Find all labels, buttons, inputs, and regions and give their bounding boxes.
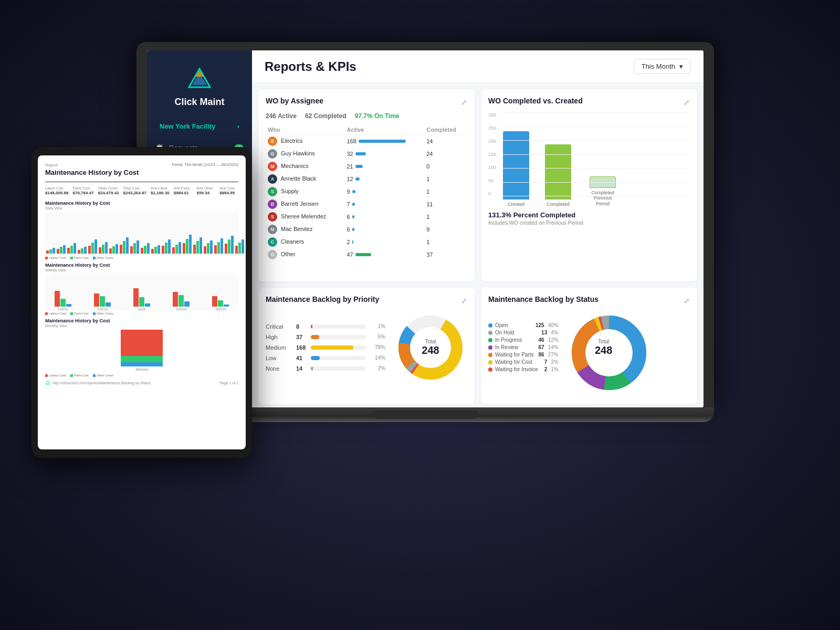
tablet-content: Report Maintenance History by Cost Perio… bbox=[38, 155, 246, 449]
dashboard-grid: WO by Assignee ⤢ 246 Active 62 Completed… bbox=[252, 83, 704, 407]
weekly-section-sub: Weekly View bbox=[45, 268, 238, 272]
daily-bar-group bbox=[183, 235, 192, 254]
daily-section-title: Maintenance History by Cost bbox=[45, 201, 238, 206]
priority-item: Low 41 14% bbox=[266, 355, 385, 361]
tablet-kpi: Anti Parts $984.01 bbox=[174, 186, 193, 195]
main-header: Reports & KPIs This Month ▾ bbox=[252, 50, 704, 83]
expand-icon[interactable]: ⤢ bbox=[461, 98, 467, 107]
avatar: S bbox=[268, 212, 277, 222]
facility-selector[interactable]: New York Facility › bbox=[153, 118, 246, 134]
weekly-group: 1/23/23 bbox=[85, 293, 120, 311]
legend-color-dot bbox=[488, 331, 492, 335]
laptop-notch bbox=[373, 411, 478, 419]
weekly-legend: Labour Cost Parts Cost Other Costs bbox=[45, 312, 238, 315]
legend-other: Other Costs bbox=[93, 256, 113, 259]
legend-item: Open 125 40% bbox=[488, 322, 559, 328]
period-selector[interactable]: This Month ▾ bbox=[634, 59, 691, 74]
active-bar bbox=[352, 228, 354, 231]
avatar: O bbox=[268, 250, 277, 259]
priority-bar bbox=[311, 335, 319, 339]
tablet-logo-icon bbox=[45, 380, 50, 385]
priority-item: None 14 2% bbox=[266, 365, 385, 372]
avatar: M bbox=[268, 162, 277, 171]
priority-header: Maintenance Backlog by Priority ⤢ bbox=[266, 295, 467, 307]
weekly-group: 1a/23 bbox=[124, 288, 159, 311]
prev-period-bar bbox=[590, 176, 616, 188]
priority-item: Medium 168 78% bbox=[266, 344, 385, 351]
created-bar-group: Created bbox=[503, 131, 529, 207]
daily-bar-group bbox=[46, 248, 55, 254]
table-row: G Guy Hawkins 32 24 bbox=[266, 148, 467, 160]
tablet: Report Maintenance History by Cost Perio… bbox=[32, 147, 252, 458]
status-card: Maintenance Backlog by Status ⤢ Open 125… bbox=[481, 288, 697, 405]
status-legend: Open 125 40% On Hold 13 4% In Progress 4… bbox=[488, 322, 559, 372]
daily-bar-group bbox=[172, 242, 181, 254]
expand-icon-4[interactable]: ⤢ bbox=[684, 297, 690, 305]
daily-bar-group bbox=[225, 236, 234, 254]
tablet-kpi: Other Costs $24,479.42 bbox=[98, 186, 119, 195]
priority-card: Maintenance Backlog by Priority ⤢ Critic… bbox=[258, 288, 475, 405]
logo-area: Click Maint bbox=[147, 61, 252, 118]
active-bar bbox=[355, 253, 371, 256]
active-bar bbox=[355, 177, 360, 181]
wo-stats: 246 Active 62 Completed 97.7% On Time bbox=[266, 112, 467, 120]
daily-bar-group bbox=[120, 237, 129, 254]
daily-bar-group bbox=[78, 247, 87, 254]
tablet-kpi: Total Cost $243,264.87 bbox=[123, 186, 147, 195]
monthly-section-title: Maintenance History by Cost bbox=[45, 318, 238, 323]
active-bar bbox=[352, 203, 355, 206]
expand-icon-3[interactable]: ⤢ bbox=[461, 297, 467, 305]
completed-bar-group: Completed bbox=[545, 144, 571, 207]
active-bar bbox=[352, 215, 354, 218]
wo-completed-header: WO Completed vs. Created ⤢ bbox=[488, 97, 690, 108]
col-completed: Completed bbox=[424, 125, 467, 135]
wo-completed-card: WO Completed vs. Created ⤢ 300 250 200 1… bbox=[481, 89, 697, 281]
tablet-footer: http://clickmaint.com/reports/Maintenanc… bbox=[45, 380, 238, 385]
table-row: S Sheree Melendez 6 1 bbox=[266, 211, 467, 223]
monthly-stack bbox=[121, 330, 163, 366]
legend-parts: Parts Cost bbox=[70, 256, 89, 259]
page-title: Reports & KPIs bbox=[265, 59, 356, 74]
table-row: M Mechanics 21 0 bbox=[266, 160, 467, 173]
svg-marker-16 bbox=[46, 381, 50, 384]
tablet-divider bbox=[45, 182, 238, 182]
monthly-section-sub: Monthly View bbox=[45, 324, 238, 328]
daily-legend: Labour Cost Parts Cost Other Costs bbox=[45, 256, 238, 259]
tablet-kpi: Anti-Labor $1,180.30 bbox=[151, 186, 170, 195]
legend-item: Waiting for Parts 86 27% bbox=[488, 352, 559, 358]
daily-bar-group bbox=[88, 239, 97, 254]
table-row: A Annette Black 12 1 bbox=[266, 173, 467, 185]
legend-item: On Hold 13 4% bbox=[488, 330, 559, 335]
wo-assignee-header: WO by Assignee ⤢ bbox=[266, 97, 467, 108]
logo-text: Click Maint bbox=[174, 97, 224, 108]
legend-color-dot bbox=[488, 353, 492, 357]
priority-bar bbox=[311, 366, 313, 371]
tablet-screen: Report Maintenance History by Cost Perio… bbox=[38, 155, 246, 449]
tablet-kpi: Labor Cost $148,000.88 bbox=[45, 186, 69, 195]
legend-color-dot bbox=[488, 360, 492, 364]
monthly-legend: Labour Cost Parts Cost Other Costs bbox=[45, 374, 238, 377]
table-row: B Barrett Jensen 7 11 bbox=[266, 198, 467, 211]
status-header: Maintenance Backlog by Status ⤢ bbox=[488, 295, 690, 307]
priority-bar bbox=[311, 324, 312, 329]
table-row: E Electrics 168 14 bbox=[266, 135, 467, 148]
status-donut: Total 248 bbox=[567, 311, 640, 384]
priority-bar bbox=[311, 345, 353, 350]
status-content: Open 125 40% On Hold 13 4% In Progress 4… bbox=[488, 311, 690, 384]
status-donut-center: Total 248 bbox=[595, 339, 612, 356]
tablet-kpis: Labor Cost $148,000.88 Parts Cost $70,78… bbox=[45, 186, 238, 195]
legend-color-dot bbox=[488, 338, 492, 342]
monthly-chart: January bbox=[45, 330, 238, 372]
tablet-body: Report Maintenance History by Cost Perio… bbox=[32, 147, 252, 458]
daily-bar-group bbox=[109, 244, 118, 254]
priority-donut: Total 248 bbox=[394, 311, 467, 384]
daily-chart bbox=[45, 212, 238, 254]
priority-item: Critical 8 1% bbox=[266, 323, 385, 330]
daily-bar-group bbox=[162, 239, 171, 254]
tablet-kpi: Parts Cost $70,784.47 bbox=[73, 186, 94, 195]
priority-content: Critical 8 1% High 37 5% Medium 168 78% … bbox=[266, 311, 467, 384]
expand-icon-2[interactable]: ⤢ bbox=[684, 98, 690, 107]
weekly-group: 1/16/23 bbox=[45, 291, 80, 311]
legend-color-dot bbox=[488, 323, 492, 328]
daily-bar-group bbox=[99, 242, 108, 254]
